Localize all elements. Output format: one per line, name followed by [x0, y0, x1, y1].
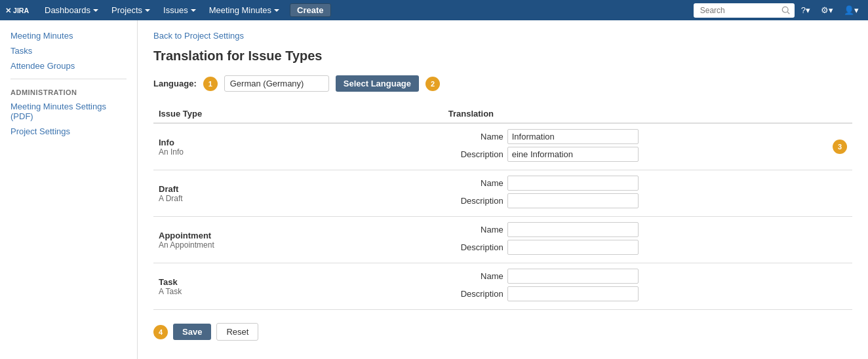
settings-button[interactable]: ⚙▾ [817, 0, 837, 20]
desc-input-info[interactable] [507, 147, 639, 162]
language-label: Language: [153, 79, 197, 88]
nav-dashboards[interactable]: Dashboards [39, 0, 104, 20]
name-label-appointment: Name [448, 225, 507, 235]
desc-row-info: Description [448, 147, 822, 162]
name-label-draft: Name [448, 178, 507, 188]
step-4-badge: 4 [153, 325, 168, 339]
issue-type-name-info: Info [159, 138, 438, 147]
search-box-wrap [694, 3, 795, 18]
issue-type-cell-task: Task A Task [153, 263, 443, 310]
desc-label-task: Description [448, 289, 507, 299]
translation-cell-info: Name Description [443, 123, 827, 170]
col-translation: Translation [443, 105, 827, 123]
dashboards-caret-icon [93, 9, 98, 12]
table-row-task: Task A Task Name Description [153, 263, 852, 310]
badge-col-task [827, 263, 852, 310]
nav-meeting-minutes[interactable]: Meeting Minutes [204, 0, 285, 20]
step-badge-info: 3 [833, 140, 847, 154]
name-label-info: Name [448, 132, 507, 142]
name-row-draft: Name [448, 176, 822, 191]
issue-type-desc-appointment: An Appointment [159, 240, 438, 250]
jira-logo[interactable]: ✕ JIRA [5, 5, 31, 16]
page-title: Translation for Issue Types [153, 48, 852, 64]
projects-caret-icon [145, 9, 150, 12]
issue-type-desc-info: An Info [159, 147, 438, 157]
table-row-info: Info An Info Name Description 3 [153, 123, 852, 170]
language-row: Language: 1 German (Germany) Select Lang… [153, 75, 852, 92]
footer-buttons: 4 Save Reset [153, 323, 852, 351]
name-input-task[interactable] [507, 269, 639, 284]
svg-line-2 [787, 12, 789, 14]
sidebar-item-attendee-groups[interactable]: Attendee Groups [0, 58, 137, 73]
sidebar-item-meeting-minutes[interactable]: Meeting Minutes [0, 28, 137, 43]
desc-row-appointment: Description [448, 240, 822, 255]
badge-col-draft [827, 170, 852, 217]
translation-cell-task: Name Description [443, 263, 827, 310]
name-row-appointment: Name [448, 222, 822, 237]
language-select-wrap: German (Germany) [224, 75, 329, 92]
col-badge [827, 105, 852, 123]
issue-types-table: Issue Type Translation Info An Info Name… [153, 105, 852, 310]
issue-type-desc-task: A Task [159, 287, 438, 296]
search-icon [781, 6, 791, 15]
user-avatar[interactable]: 👤▾ [840, 0, 863, 20]
breadcrumb-back[interactable]: Back to Project Settings [153, 31, 244, 41]
badge-col-appointment [827, 217, 852, 263]
language-select[interactable]: German (Germany) [224, 75, 329, 92]
svg-text:✕ JIRA: ✕ JIRA [5, 7, 30, 14]
select-language-button[interactable]: Select Language [336, 75, 419, 92]
sidebar-item-project-settings[interactable]: Project Settings [0, 124, 137, 139]
desc-label-info: Description [448, 149, 507, 159]
step-1-badge: 1 [203, 77, 218, 91]
table-row-draft: Draft A Draft Name Description [153, 170, 852, 217]
desc-row-draft: Description [448, 193, 822, 208]
desc-label-draft: Description [448, 196, 507, 206]
issue-type-cell-appointment: Appointment An Appointment [153, 217, 443, 263]
nav-projects[interactable]: Projects [106, 0, 155, 20]
table-row-appointment: Appointment An Appointment Name Descript… [153, 217, 852, 263]
name-row-task: Name [448, 269, 822, 284]
top-navbar: ✕ JIRA Dashboards Projects Issues Meetin… [0, 0, 868, 20]
issue-type-name-draft: Draft [159, 184, 438, 194]
name-input-draft[interactable] [507, 176, 639, 191]
sidebar-item-tasks[interactable]: Tasks [0, 43, 137, 58]
meeting-minutes-caret-icon [274, 9, 279, 12]
save-button[interactable]: Save [173, 324, 211, 340]
translation-cell-appointment: Name Description [443, 217, 827, 263]
name-input-info[interactable] [507, 129, 639, 144]
reset-button[interactable]: Reset [216, 323, 258, 341]
desc-input-draft[interactable] [507, 193, 639, 208]
name-label-task: Name [448, 271, 507, 281]
sidebar: Meeting Minutes Tasks Attendee Groups AD… [0, 20, 138, 359]
search-input[interactable] [696, 3, 781, 18]
issue-type-cell-draft: Draft A Draft [153, 170, 443, 217]
issue-type-cell-info: Info An Info [153, 123, 443, 170]
desc-label-appointment: Description [448, 242, 507, 252]
name-input-appointment[interactable] [507, 222, 639, 237]
create-button[interactable]: Create [290, 3, 330, 17]
name-row-info: Name [448, 129, 822, 144]
sidebar-divider [10, 79, 127, 79]
desc-input-task[interactable] [507, 286, 639, 301]
col-issue-type: Issue Type [153, 105, 443, 123]
translation-cell-draft: Name Description [443, 170, 827, 217]
issue-type-name-appointment: Appointment [159, 231, 438, 240]
svg-point-1 [782, 7, 788, 12]
issue-type-desc-draft: A Draft [159, 194, 438, 203]
badge-col-info: 3 [827, 123, 852, 170]
nav-issues[interactable]: Issues [158, 0, 201, 20]
issues-caret-icon [191, 9, 196, 12]
step-2-badge: 2 [425, 77, 440, 91]
desc-input-appointment[interactable] [507, 240, 639, 255]
sidebar-item-settings-pdf[interactable]: Meeting Minutes Settings (PDF) [0, 99, 137, 124]
issue-type-name-task: Task [159, 277, 438, 287]
help-button[interactable]: ?▾ [797, 0, 814, 20]
main-content: Back to Project Settings Translation for… [138, 20, 868, 359]
desc-row-task: Description [448, 286, 822, 301]
admin-section-title: ADMINISTRATION [0, 85, 137, 99]
